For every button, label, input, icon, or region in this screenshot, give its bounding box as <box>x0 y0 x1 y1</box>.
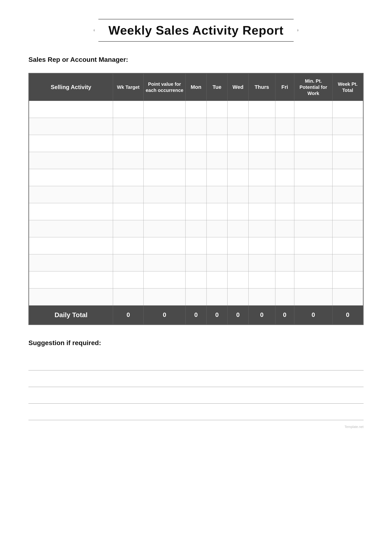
table-cell[interactable] <box>275 289 294 305</box>
table-cell[interactable] <box>186 169 207 186</box>
table-cell[interactable] <box>29 271 113 289</box>
table-cell[interactable] <box>333 135 363 152</box>
table-cell[interactable] <box>113 220 144 237</box>
table-cell[interactable] <box>228 220 249 237</box>
table-cell[interactable] <box>144 203 186 220</box>
table-cell[interactable] <box>294 271 333 289</box>
table-cell[interactable] <box>228 118 249 135</box>
table-cell[interactable] <box>206 237 228 254</box>
table-cell[interactable] <box>333 203 363 220</box>
table-cell[interactable] <box>275 152 294 169</box>
table-cell[interactable] <box>29 289 113 305</box>
table-cell[interactable] <box>333 271 363 289</box>
table-cell[interactable] <box>206 220 228 237</box>
table-cell[interactable] <box>275 271 294 289</box>
table-cell[interactable] <box>228 135 249 152</box>
table-cell[interactable] <box>333 101 363 118</box>
table-cell[interactable] <box>248 271 275 289</box>
table-cell[interactable] <box>294 169 333 186</box>
table-cell[interactable] <box>294 220 333 237</box>
table-cell[interactable] <box>144 118 186 135</box>
table-cell[interactable] <box>186 237 207 254</box>
table-cell[interactable] <box>333 237 363 254</box>
table-cell[interactable] <box>113 169 144 186</box>
table-cell[interactable] <box>248 289 275 305</box>
table-cell[interactable] <box>144 101 186 118</box>
table-cell[interactable] <box>186 254 207 271</box>
table-cell[interactable] <box>228 289 249 305</box>
table-cell[interactable] <box>29 220 113 237</box>
table-cell[interactable] <box>144 152 186 169</box>
table-cell[interactable] <box>228 254 249 271</box>
table-cell[interactable] <box>113 118 144 135</box>
table-cell[interactable] <box>29 254 113 271</box>
table-cell[interactable] <box>186 289 207 305</box>
table-cell[interactable] <box>228 169 249 186</box>
table-cell[interactable] <box>275 237 294 254</box>
table-cell[interactable] <box>206 271 228 289</box>
table-cell[interactable] <box>333 186 363 203</box>
table-cell[interactable] <box>186 203 207 220</box>
table-cell[interactable] <box>113 101 144 118</box>
table-cell[interactable] <box>275 220 294 237</box>
table-cell[interactable] <box>333 118 363 135</box>
table-cell[interactable] <box>144 289 186 305</box>
table-cell[interactable] <box>248 254 275 271</box>
table-cell[interactable] <box>144 254 186 271</box>
table-cell[interactable] <box>29 203 113 220</box>
table-cell[interactable] <box>275 135 294 152</box>
table-cell[interactable] <box>206 203 228 220</box>
table-cell[interactable] <box>206 254 228 271</box>
table-cell[interactable] <box>144 186 186 203</box>
table-cell[interactable] <box>228 186 249 203</box>
table-cell[interactable] <box>113 254 144 271</box>
table-cell[interactable] <box>113 237 144 254</box>
table-cell[interactable] <box>248 203 275 220</box>
table-cell[interactable] <box>29 237 113 254</box>
table-cell[interactable] <box>333 289 363 305</box>
table-cell[interactable] <box>113 271 144 289</box>
table-cell[interactable] <box>29 101 113 118</box>
table-cell[interactable] <box>113 203 144 220</box>
table-cell[interactable] <box>294 186 333 203</box>
table-cell[interactable] <box>275 203 294 220</box>
table-cell[interactable] <box>29 186 113 203</box>
table-cell[interactable] <box>29 118 113 135</box>
table-cell[interactable] <box>248 237 275 254</box>
table-cell[interactable] <box>144 135 186 152</box>
table-cell[interactable] <box>206 101 228 118</box>
table-cell[interactable] <box>248 101 275 118</box>
table-cell[interactable] <box>248 152 275 169</box>
table-cell[interactable] <box>248 169 275 186</box>
table-cell[interactable] <box>113 289 144 305</box>
table-cell[interactable] <box>294 254 333 271</box>
table-cell[interactable] <box>333 152 363 169</box>
table-cell[interactable] <box>228 101 249 118</box>
table-cell[interactable] <box>294 203 333 220</box>
table-cell[interactable] <box>206 169 228 186</box>
table-cell[interactable] <box>186 186 207 203</box>
table-cell[interactable] <box>294 152 333 169</box>
table-cell[interactable] <box>294 135 333 152</box>
table-cell[interactable] <box>333 254 363 271</box>
table-cell[interactable] <box>333 169 363 186</box>
table-cell[interactable] <box>294 101 333 118</box>
table-cell[interactable] <box>206 152 228 169</box>
table-cell[interactable] <box>186 220 207 237</box>
table-cell[interactable] <box>228 152 249 169</box>
table-cell[interactable] <box>228 237 249 254</box>
table-cell[interactable] <box>186 135 207 152</box>
table-cell[interactable] <box>294 289 333 305</box>
table-cell[interactable] <box>144 237 186 254</box>
table-cell[interactable] <box>275 254 294 271</box>
table-cell[interactable] <box>248 186 275 203</box>
table-cell[interactable] <box>228 271 249 289</box>
table-cell[interactable] <box>206 186 228 203</box>
table-cell[interactable] <box>248 220 275 237</box>
table-cell[interactable] <box>113 152 144 169</box>
table-cell[interactable] <box>186 152 207 169</box>
table-cell[interactable] <box>144 220 186 237</box>
table-cell[interactable] <box>275 186 294 203</box>
table-cell[interactable] <box>29 152 113 169</box>
table-cell[interactable] <box>294 237 333 254</box>
